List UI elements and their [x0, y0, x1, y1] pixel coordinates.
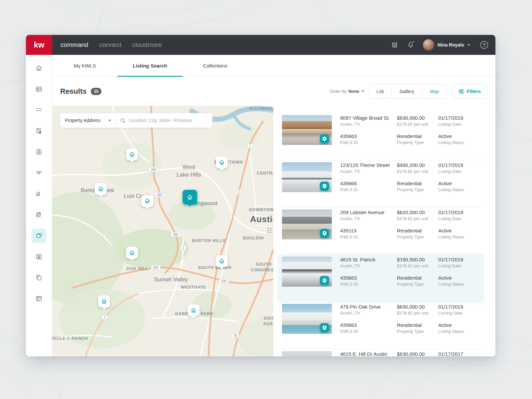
- listing-date-label: Listing Date: [438, 121, 483, 127]
- route-shield: 1: [102, 315, 108, 320]
- listing-kwls-id-label: KWLS ID: [340, 234, 397, 240]
- filters-button[interactable]: Filters: [452, 84, 487, 99]
- results-count-badge: 25: [91, 88, 101, 95]
- listing-map-pin-icon[interactable]: [320, 229, 329, 238]
- order-by-dropdown[interactable]: Order by None: [330, 89, 364, 94]
- help-icon[interactable]: ?: [480, 41, 488, 49]
- listing-price: $450,200.00: [397, 162, 438, 169]
- view-button-list[interactable]: List: [369, 84, 392, 98]
- listing-address: 209 Lobster Avenue: [340, 209, 397, 216]
- listing-date: 01/17/2019: [438, 162, 483, 169]
- listing-map-pin-icon[interactable]: [320, 182, 329, 191]
- listing-date: 01/17/2019: [438, 209, 483, 216]
- listing-kwls-id: 435663: [340, 322, 397, 329]
- route-shield: 360: [171, 232, 181, 237]
- sidebar-item-contacts[interactable]: [32, 82, 46, 96]
- page-title: Results: [60, 87, 86, 96]
- nav-item-command[interactable]: command: [61, 41, 88, 49]
- nav-item-cloudmore[interactable]: cloudmore: [132, 41, 162, 49]
- chevron-down-icon: [361, 90, 364, 92]
- listing-address: 4615 St. Patrick: [340, 256, 397, 263]
- listing-price: $630,000.00: [397, 114, 438, 121]
- location-search-input[interactable]: [129, 118, 208, 123]
- address-type-dropdown[interactable]: Property Address: [60, 113, 116, 128]
- listing-map-pin-icon[interactable]: [320, 134, 329, 144]
- results-bar: Results 25 Order by None List Gallery Ma…: [52, 77, 495, 106]
- listing-photo: [282, 209, 332, 239]
- tasks-icon: [35, 106, 43, 114]
- listing-card[interactable]: 209 Lobster Avenue Austin, TX 435113 KWL…: [278, 207, 483, 255]
- listing-map-pin-icon[interactable]: [320, 276, 329, 285]
- map-pin[interactable]: [98, 295, 110, 307]
- listings-icon: [35, 232, 43, 239]
- listing-city: Austin, TX: [340, 169, 397, 175]
- storefront-icon[interactable]: [391, 41, 398, 49]
- tab-listing-search[interactable]: Listing Search: [117, 55, 183, 76]
- listing-property-type: Residential: [397, 227, 438, 234]
- view-button-map[interactable]: Map: [422, 84, 447, 98]
- map-pin[interactable]: [141, 195, 153, 207]
- house-icon: [98, 186, 104, 192]
- user-menu[interactable]: Nina Royals: [423, 39, 470, 51]
- map-pin-selected[interactable]: [183, 190, 197, 204]
- listing-kwls-id-label: KWLS ID: [340, 329, 397, 334]
- listing-address: 123/125 Theme Street: [340, 162, 397, 169]
- sidebar-item-document-settings[interactable]: [32, 124, 46, 138]
- sidebar-item-person-pin[interactable]: [32, 145, 46, 159]
- map-pin[interactable]: [95, 183, 107, 195]
- user-avatar[interactable]: [423, 39, 434, 51]
- app-window: kw command connect cloudmore Nina Royals: [26, 35, 495, 356]
- house-icon: [144, 198, 150, 204]
- listing-card[interactable]: 8097 Village Broad St. Austin, TX 435663…: [278, 113, 483, 160]
- map-canvas: [52, 106, 273, 356]
- listing-price: $630,000.00: [397, 303, 438, 310]
- listing-property-type: Residential: [397, 322, 438, 329]
- results-body: ALLANDALETARRYTOWNCENTRALDOWNTOWNBARTON …: [52, 106, 495, 356]
- sidebar-item-pages[interactable]: [32, 270, 46, 285]
- listing-card[interactable]: 4615 E. Hill Dr Austin $630,000.00 01/17…: [278, 349, 483, 356]
- sidebar-item-calendar[interactable]: [32, 291, 46, 306]
- nav-item-connect[interactable]: connect: [99, 41, 121, 49]
- chevron-down-icon: [467, 44, 470, 46]
- listing-card[interactable]: 479 Pin Oak Drive Austin, TX 435663 KWLS…: [278, 302, 483, 349]
- listing-status-label: Listing Status: [438, 140, 483, 146]
- home-icon: [35, 65, 43, 72]
- sidebar-item-handshake[interactable]: [32, 166, 46, 180]
- map-pin[interactable]: [216, 156, 228, 168]
- top-header: kw command connect cloudmore Nina Royals: [26, 35, 495, 55]
- map-pin[interactable]: [126, 247, 138, 259]
- view-button-gallery[interactable]: Gallery: [391, 84, 422, 98]
- listing-date-column: 01/17/2017: [438, 350, 483, 356]
- listing-city: Austin, TX: [340, 310, 397, 316]
- sidebar-item-compose[interactable]: [32, 207, 46, 222]
- tab-collections[interactable]: Collections: [183, 55, 248, 76]
- listing-date: 01/17/2019: [438, 256, 483, 263]
- listing-price-per-unit: $178.62 per unit: [397, 216, 438, 222]
- listing-map-pin-icon[interactable]: [320, 323, 329, 332]
- sidebar-item-award[interactable]: [32, 249, 46, 264]
- tab-bar: My KWLS Listing Search Collections: [52, 55, 495, 77]
- listing-card[interactable]: 4615 St. Patrick Austin, TX 435663 KWLS …: [278, 255, 483, 302]
- sidebar-item-tasks[interactable]: [32, 103, 46, 117]
- listing-price-per-unit: $178.62 per unit: [397, 169, 438, 175]
- notification-bell-icon[interactable]: [407, 41, 414, 49]
- listing-price-column: $150,500.00 $178.62 per unit Residential…: [397, 256, 438, 293]
- panel-resize-handle[interactable]: [267, 228, 271, 233]
- listing-address-column: 4615 E. Hill Dr Austin: [340, 350, 397, 356]
- map-panel[interactable]: ALLANDALETARRYTOWNCENTRALDOWNTOWNBARTON …: [52, 106, 273, 356]
- listing-card[interactable]: 123/125 Theme Street Austin, TX 435666 K…: [278, 160, 483, 207]
- sidebar-item-megaphone[interactable]: [32, 187, 46, 201]
- sidebar-item-home[interactable]: [32, 61, 46, 75]
- map-pin[interactable]: [216, 255, 228, 267]
- listing-price: $150,500.00: [397, 256, 438, 263]
- handshake-icon: [35, 169, 43, 177]
- map-pin[interactable]: [126, 148, 138, 160]
- listing-kwls-id: 435666: [340, 180, 397, 187]
- listing-city: Austin, TX: [340, 216, 397, 222]
- kw-logo[interactable]: kw: [26, 35, 52, 55]
- listing-date-column: 01/17/2019 Listing Date Active Listing S…: [438, 162, 483, 198]
- map-pin[interactable]: [188, 304, 200, 316]
- listing-date-label: Listing Date: [438, 216, 483, 222]
- tab-my-kwls[interactable]: My KWLS: [52, 55, 117, 76]
- sidebar-item-listings[interactable]: [32, 228, 46, 243]
